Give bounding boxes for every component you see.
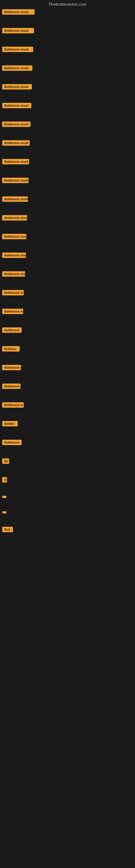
bottleneck-badge[interactable]: Bottleneck resul xyxy=(2,309,23,314)
row-spacer xyxy=(0,129,135,138)
row-spacer xyxy=(0,316,135,326)
row-spacer xyxy=(0,410,135,420)
bottom-spacer-2 xyxy=(0,577,135,609)
bottleneck-badge[interactable]: Bottleneck result xyxy=(2,9,35,14)
list-item: Bottleneck result xyxy=(0,195,135,204)
row-spacer xyxy=(0,166,135,176)
list-item: Bottleneck xyxy=(0,382,135,391)
list-item xyxy=(0,510,135,515)
row-spacer xyxy=(0,111,135,120)
bottom-spacer-5 xyxy=(0,674,135,707)
list-item: Bottleneck re xyxy=(0,288,135,297)
bottleneck-badge[interactable]: Bottleneck result xyxy=(2,84,32,90)
bottleneck-badge[interactable]: Bo xyxy=(2,458,9,464)
row-spacer xyxy=(0,73,135,83)
bottom-spacer-3 xyxy=(0,609,135,642)
list-item: Bottleneck xyxy=(0,326,135,335)
list-item: Bott xyxy=(0,525,135,534)
bottleneck-badge[interactable] xyxy=(2,496,6,498)
list-item: Bottleneck result xyxy=(0,270,135,278)
row-spacer xyxy=(0,466,135,475)
list-item: Bottleneck result xyxy=(0,101,135,110)
list-item: Bottleneck result xyxy=(0,214,135,222)
row-spacer xyxy=(0,335,135,344)
list-item: Bottleneck result xyxy=(0,64,135,72)
row-spacer xyxy=(0,534,135,544)
bottleneck-badge[interactable]: Bottleneck result xyxy=(2,178,29,183)
list-item: Bottleneck e xyxy=(0,363,135,372)
bottom-spacer xyxy=(0,544,135,577)
list-item: Bottleneck result xyxy=(0,8,135,16)
row-spacer xyxy=(0,92,135,101)
list-item: Bottleneck resul xyxy=(0,307,135,316)
bottleneck-badge[interactable]: Bottlene xyxy=(2,346,20,351)
list-item: Bo xyxy=(0,457,135,465)
row-spacer xyxy=(0,204,135,214)
list-item: B xyxy=(0,475,135,484)
row-spacer xyxy=(0,447,135,457)
bottleneck-list: Bottleneck resultBottleneck resultBottle… xyxy=(0,8,135,544)
bottleneck-badge[interactable]: Bottleneck e xyxy=(2,365,21,370)
bottleneck-badge[interactable]: B xyxy=(2,477,7,483)
row-spacer xyxy=(0,185,135,195)
bottleneck-badge[interactable]: Bottleneck result xyxy=(2,252,26,258)
list-item: Bottlen xyxy=(0,420,135,428)
row-spacer xyxy=(0,372,135,382)
list-item: Bottleneck result xyxy=(0,120,135,129)
bottleneck-badge[interactable]: Bottlen xyxy=(2,421,18,426)
list-item: Bottleneck result xyxy=(0,232,135,241)
bottleneck-badge[interactable]: Bott xyxy=(2,527,13,532)
bottom-spacer-4 xyxy=(0,642,135,674)
row-spacer xyxy=(0,241,135,251)
bottleneck-badge[interactable]: Bottleneck result xyxy=(2,271,25,277)
list-item: Bottleneck result xyxy=(0,138,135,147)
list-item: Bottleneck result xyxy=(0,251,135,259)
row-spacer xyxy=(0,354,135,363)
row-spacer xyxy=(0,391,135,401)
list-item: Bottleneck result xyxy=(0,45,135,54)
list-item: Bottleneck result xyxy=(0,26,135,35)
bottleneck-badge[interactable]: Bottleneck xyxy=(2,383,20,389)
bottleneck-badge[interactable]: Bottleneck xyxy=(2,328,21,333)
bottleneck-badge[interactable]: Bottleneck re xyxy=(2,290,24,296)
row-spacer xyxy=(0,516,135,525)
bottleneck-badge[interactable]: Bottleneck result xyxy=(2,159,29,164)
bottleneck-badge[interactable]: Bottleneck re xyxy=(2,402,24,408)
bottleneck-badge[interactable]: Bottleneck result xyxy=(2,122,31,127)
bottleneck-badge[interactable]: Bottleneck result xyxy=(2,103,31,108)
bottleneck-badge[interactable]: Bottleneck result xyxy=(2,196,28,202)
list-item: Bottleneck re xyxy=(0,401,135,409)
row-spacer xyxy=(0,500,135,510)
list-item: Bottleneck result xyxy=(0,83,135,91)
list-item: Bottlene xyxy=(0,344,135,353)
row-spacer xyxy=(0,485,135,494)
row-spacer xyxy=(0,17,135,26)
bottleneck-badge[interactable]: Bottleneck result xyxy=(2,234,27,239)
bottleneck-badge[interactable]: Bottleneck result xyxy=(2,46,33,52)
bottleneck-badge[interactable]: Bottleneck xyxy=(2,440,21,445)
row-spacer xyxy=(0,148,135,157)
bottleneck-badge[interactable]: Bottleneck result xyxy=(2,28,34,33)
row-spacer xyxy=(0,298,135,307)
list-item: Bottleneck xyxy=(0,438,135,447)
row-spacer xyxy=(0,54,135,64)
bottleneck-badge[interactable]: Bottleneck result xyxy=(2,215,27,220)
bottleneck-badge[interactable]: Bottleneck result xyxy=(2,140,30,146)
list-item xyxy=(0,494,135,500)
bottleneck-badge[interactable]: Bottleneck result xyxy=(2,65,32,71)
site-title: TheBottlenecker.com xyxy=(0,0,135,8)
row-spacer xyxy=(0,260,135,270)
row-spacer xyxy=(0,35,135,45)
row-spacer xyxy=(0,429,135,438)
row-spacer xyxy=(0,223,135,232)
list-item: Bottleneck result xyxy=(0,157,135,166)
row-spacer xyxy=(0,279,135,288)
bottleneck-badge[interactable] xyxy=(2,511,6,514)
list-item: Bottleneck result xyxy=(0,176,135,185)
